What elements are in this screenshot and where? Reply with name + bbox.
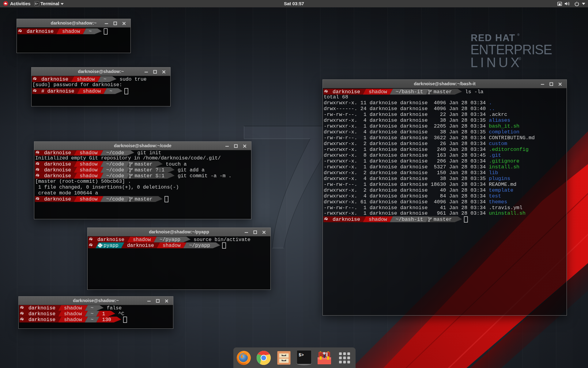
- svg-text:master: master: [434, 89, 452, 95]
- svg-text:git add a: git add a: [178, 167, 205, 173]
- svg-text:$>: $>: [299, 353, 304, 358]
- svg-text:~: ~: [89, 29, 92, 34]
- svg-text:shadow: shadow: [80, 173, 98, 179]
- svg-text:shadow: shadow: [80, 196, 98, 202]
- svg-text:shadow: shadow: [83, 88, 101, 94]
- svg-text:darknoise: darknoise: [44, 150, 71, 156]
- svg-text:darknoise: darknoise: [28, 317, 55, 323]
- svg-text:# darknoise: # darknoise: [41, 88, 74, 94]
- svg-text:~: ~: [104, 76, 107, 82]
- svg-text:pyapp: pyapp: [104, 243, 119, 248]
- svg-text:darknoise: darknoise: [44, 167, 71, 173]
- svg-text:sudo true: sudo true: [120, 76, 147, 82]
- svg-text:git commit -a -m .: git commit -a -m .: [178, 173, 232, 179]
- svg-text:darknoise: darknoise: [333, 217, 360, 223]
- svg-text:darknoise: darknoise: [27, 29, 54, 34]
- svg-text:shadow: shadow: [80, 167, 98, 173]
- svg-text:®: ®: [518, 56, 521, 61]
- svg-text:master: master: [134, 196, 153, 202]
- svg-text:shadow: shadow: [80, 150, 98, 156]
- svg-text:git init: git init: [137, 150, 161, 156]
- svg-text:~/bash-it: ~/bash-it: [396, 217, 423, 223]
- svg-text:®: ®: [517, 33, 520, 36]
- svg-text:shadow: shadow: [80, 162, 98, 167]
- svg-text:shadow: shadow: [369, 89, 387, 95]
- svg-text:shadow: shadow: [64, 317, 82, 323]
- svg-text:source bin/activate: source bin/activate: [194, 237, 251, 243]
- svg-text:$>: $>: [35, 2, 38, 6]
- svg-text:darknoise: darknoise: [97, 237, 124, 243]
- svg-text:~/code: ~/code: [106, 150, 124, 156]
- svg-text:~/code: ~/code: [106, 167, 124, 173]
- svg-text:shadow: shadow: [64, 305, 82, 311]
- svg-text:darknoise: darknoise: [41, 76, 68, 82]
- svg-text:false: false: [107, 305, 122, 311]
- svg-text:darknoise: darknoise: [127, 243, 154, 248]
- svg-text:~/pyapp: ~/pyapp: [189, 243, 210, 248]
- svg-text:shadow: shadow: [64, 311, 82, 317]
- svg-text:~: ~: [109, 88, 112, 94]
- svg-text:shadow: shadow: [77, 76, 95, 82]
- svg-text:~/code: ~/code: [106, 196, 124, 202]
- svg-text:darknoise: darknoise: [44, 162, 71, 167]
- svg-text:~: ~: [91, 311, 94, 317]
- svg-text:darknoise: darknoise: [28, 311, 55, 317]
- svg-text:shadow: shadow: [163, 243, 181, 248]
- svg-text:~: ~: [91, 305, 94, 311]
- svg-text:darknoise: darknoise: [333, 89, 360, 95]
- svg-text:~/code: ~/code: [106, 173, 124, 179]
- svg-text:master ?:1: master ?:1: [134, 167, 164, 173]
- svg-text:ls -la: ls -la: [465, 89, 484, 95]
- svg-text:darknoise: darknoise: [44, 196, 71, 202]
- svg-text:darknoise: darknoise: [28, 305, 55, 311]
- svg-text:ENTERPRISE: ENTERPRISE: [470, 42, 552, 57]
- svg-text:touch a: touch a: [166, 162, 187, 167]
- svg-text:master: master: [134, 162, 153, 167]
- svg-text:LINUX: LINUX: [470, 55, 522, 70]
- svg-text:130: 130: [102, 317, 111, 323]
- svg-text:1: 1: [102, 311, 105, 317]
- svg-text:shadow: shadow: [133, 237, 151, 243]
- svg-text:darknoise: darknoise: [44, 173, 71, 179]
- svg-text:shadow: shadow: [369, 217, 387, 223]
- svg-text:~/pyapp: ~/pyapp: [160, 237, 180, 243]
- svg-text:master S:1: master S:1: [134, 173, 164, 179]
- svg-text:~/code: ~/code: [106, 162, 124, 167]
- svg-text:shadow: shadow: [62, 29, 80, 34]
- svg-text:^C: ^C: [118, 311, 124, 317]
- svg-text:master: master: [434, 217, 452, 223]
- svg-text:~/bash-it: ~/bash-it: [396, 89, 423, 95]
- svg-text:RED HAT: RED HAT: [471, 33, 515, 43]
- svg-text:~: ~: [91, 317, 94, 323]
